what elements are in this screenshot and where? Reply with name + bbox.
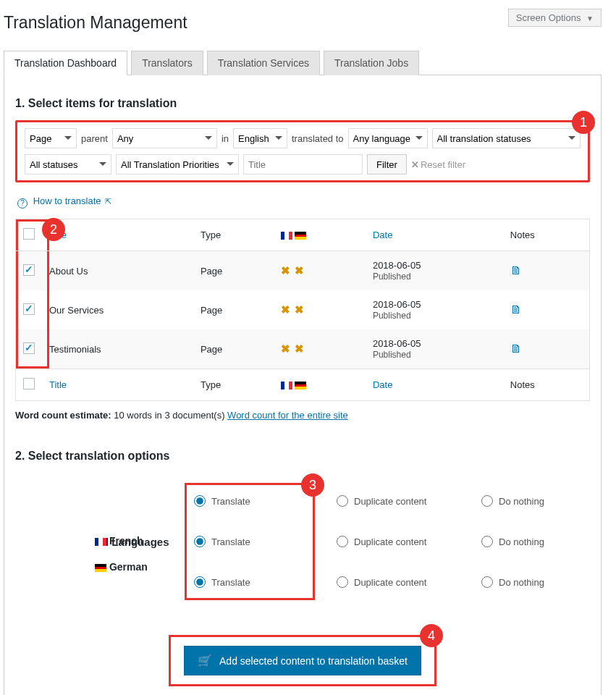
priority-select[interactable]: All Translation Priorities <box>116 154 239 174</box>
caret-down-icon: ▼ <box>586 14 594 22</box>
external-link-icon: ⇱ <box>105 197 111 206</box>
flag-fr-icon <box>95 538 106 546</box>
row-title[interactable]: Our Services <box>42 290 193 329</box>
row-status-icons: ✖✖ <box>274 251 366 291</box>
radio-translate-de[interactable] <box>194 576 206 588</box>
x-icon: ✖ <box>281 342 290 355</box>
opt-nothing-fr[interactable]: Do nothing <box>481 536 590 547</box>
add-to-basket-button[interactable]: 🛒 Add selected content to translation ba… <box>184 646 421 675</box>
opt-duplicate-de[interactable]: Duplicate content <box>337 576 481 588</box>
col-title[interactable]: Title <box>42 219 193 251</box>
basket-box: 4 🛒 Add selected content to translation … <box>169 635 436 686</box>
annotation-badge-1: 1 <box>572 111 595 134</box>
note-icon[interactable]: 🗎 <box>510 303 522 316</box>
lang-select[interactable]: English <box>233 128 287 148</box>
col-notes-footer: Notes <box>503 369 590 401</box>
section2-heading: 2. Select translation options <box>15 450 590 463</box>
opt-translate-de[interactable]: Translate <box>194 576 303 588</box>
tabs: Translation Dashboard Translators Transl… <box>4 51 602 75</box>
trans-status-select[interactable]: All translation statuses <box>432 128 581 148</box>
radio-nothing-all[interactable] <box>481 495 493 507</box>
word-count-link[interactable]: Word count for the entire site <box>227 410 348 421</box>
col-date-footer[interactable]: Date <box>366 369 503 401</box>
annotation-badge-3: 3 <box>301 473 324 497</box>
note-icon[interactable]: 🗎 <box>510 264 522 277</box>
translation-options: All Languages 3 Translate Translate Tran… <box>15 477 590 606</box>
tab-jobs[interactable]: Translation Jobs <box>324 51 419 75</box>
opt-nothing-de[interactable]: Do nothing <box>481 576 590 588</box>
panel: 1. Select items for translation 1 Page p… <box>4 75 602 695</box>
col-notes: Notes <box>503 219 590 251</box>
select-all-checkbox-footer[interactable] <box>23 378 35 389</box>
table-row: Testimonials Page ✖✖ 2018-06-05Published… <box>16 329 590 369</box>
howto-link[interactable]: ? How to translate ⇱ <box>17 195 111 206</box>
col-type: Type <box>193 219 274 251</box>
x-icon: ✖ <box>281 264 290 277</box>
annotation-badge-2: 2 <box>42 218 65 241</box>
opt-duplicate-fr[interactable]: Duplicate content <box>337 536 481 547</box>
x-icon: ✖ <box>295 342 304 355</box>
row-date: 2018-06-05Published <box>366 329 503 369</box>
title-input[interactable] <box>243 154 363 174</box>
to-label: translated to <box>292 133 344 144</box>
opt-nothing-all[interactable]: Do nothing <box>481 495 590 507</box>
flag-de-icon <box>295 382 306 389</box>
tab-dashboard[interactable]: Translation Dashboard <box>4 51 127 75</box>
row-title[interactable]: About Us <box>42 251 193 291</box>
radio-duplicate-fr[interactable] <box>337 536 348 547</box>
filter-box: 1 Page parent Any in English translated … <box>15 120 590 182</box>
row-date: 2018-06-05Published <box>366 290 503 329</box>
col-title-footer[interactable]: Title <box>42 369 193 401</box>
radio-nothing-de[interactable] <box>481 576 493 588</box>
close-icon: ✕ <box>411 159 419 170</box>
word-count: Word count estimate: 10 words in 3 docum… <box>15 410 590 421</box>
tab-translators[interactable]: Translators <box>131 51 203 75</box>
radio-duplicate-de[interactable] <box>337 576 348 588</box>
type-select[interactable]: Page <box>25 128 77 148</box>
row-checkbox[interactable] <box>23 303 35 315</box>
parent-select[interactable]: Any <box>112 128 217 148</box>
row-status-icons: ✖✖ <box>274 329 366 369</box>
select-all-checkbox[interactable] <box>23 228 35 240</box>
flag-de-icon <box>295 232 306 240</box>
german-label: German <box>95 561 218 573</box>
radio-translate-all[interactable] <box>194 495 206 507</box>
to-select[interactable]: Any language <box>348 128 428 148</box>
row-status-icons: ✖✖ <box>274 290 366 329</box>
tab-services[interactable]: Translation Services <box>207 51 320 75</box>
table-row: About Us Page ✖✖ 2018-06-05Published 🗎 <box>16 251 590 291</box>
annotation-badge-4: 4 <box>420 624 443 647</box>
note-icon[interactable]: 🗎 <box>510 342 522 355</box>
row-date: 2018-06-05Published <box>366 251 503 291</box>
x-icon: ✖ <box>295 264 304 277</box>
screen-options[interactable]: Screen Options ▼ <box>508 9 602 27</box>
screen-options-label: Screen Options <box>516 12 581 23</box>
items-table: 2 Title Type Date Notes About Us Page ✖✖… <box>15 219 590 401</box>
row-checkbox[interactable] <box>23 264 35 276</box>
col-type-footer: Type <box>193 369 274 401</box>
row-checkbox[interactable] <box>23 342 35 354</box>
in-label: in <box>221 133 229 144</box>
parent-label: parent <box>81 133 108 144</box>
reset-filter[interactable]: ✕Reset filter <box>411 159 465 170</box>
status-select[interactable]: All statuses <box>25 154 111 174</box>
cart-icon: 🛒 <box>198 654 212 667</box>
radio-duplicate-all[interactable] <box>337 495 348 507</box>
row-type: Page <box>193 251 274 291</box>
opt-duplicate-all[interactable]: Duplicate content <box>337 495 481 507</box>
filter-button[interactable]: Filter <box>367 154 407 174</box>
radio-nothing-fr[interactable] <box>481 536 493 547</box>
row-type: Page <box>193 329 274 369</box>
col-date[interactable]: Date <box>366 219 503 251</box>
section1-heading: 1. Select items for translation <box>15 97 590 110</box>
col-flags-footer <box>274 369 366 401</box>
x-icon: ✖ <box>295 303 304 316</box>
col-flags <box>274 219 366 251</box>
howto: ? How to translate ⇱ <box>17 195 590 208</box>
opt-translate-all[interactable]: Translate <box>194 495 303 507</box>
flag-fr-icon <box>281 232 292 240</box>
help-icon: ? <box>17 198 28 208</box>
flag-de-icon <box>95 564 106 572</box>
row-title[interactable]: Testimonials <box>42 329 193 369</box>
screen-options-button[interactable]: Screen Options ▼ <box>508 9 602 27</box>
